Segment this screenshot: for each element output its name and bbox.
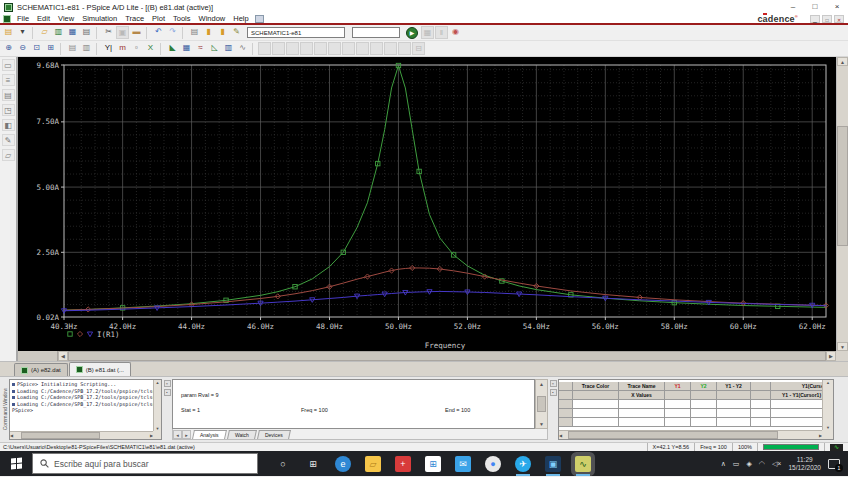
cursor-search-button[interactable] xyxy=(342,42,355,55)
mdi-close-button[interactable]: ✕ xyxy=(834,15,844,23)
pause-button[interactable]: ▦ xyxy=(421,26,434,39)
fourier-button[interactable]: ≈ xyxy=(194,42,207,55)
cursor-vertical-scrollbar[interactable]: ▲▼ xyxy=(822,380,833,430)
panel-pin-icon[interactable]: ▪ xyxy=(550,389,557,396)
cursor-point-button[interactable] xyxy=(328,42,341,55)
profile-combobox[interactable] xyxy=(352,27,400,38)
minimize-button[interactable]: – xyxy=(782,0,804,14)
mark-label-button[interactable] xyxy=(370,42,383,55)
copy-plot-button[interactable]: ▤ xyxy=(66,42,79,55)
taskbar-clock[interactable]: 11:29 15/12/2020 xyxy=(788,456,821,471)
mdi-restore-button[interactable]: □ xyxy=(822,15,832,23)
cursor-max-button[interactable] xyxy=(314,42,327,55)
mdi-minimize-button[interactable]: ▁ xyxy=(810,15,820,23)
dock-splitter[interactable]: × ▪ xyxy=(162,377,172,442)
file-explorer-icon[interactable]: ▱ xyxy=(365,456,381,472)
tab-watch[interactable]: Watch xyxy=(227,430,257,439)
menu-item[interactable]: View xyxy=(54,14,78,23)
notification-center-icon[interactable]: 1 xyxy=(828,459,840,469)
wave-button[interactable]: ∿ xyxy=(236,42,249,55)
script-icon[interactable]: ≡ xyxy=(2,74,15,86)
cursor-slope-button[interactable] xyxy=(286,42,299,55)
scroll-down-icon[interactable]: ▼ xyxy=(837,342,848,351)
start-button[interactable] xyxy=(0,451,32,476)
maximize-button[interactable]: □ xyxy=(804,0,826,14)
table-button[interactable]: ▥ xyxy=(222,42,235,55)
cursor-peak-button[interactable] xyxy=(258,42,271,55)
folder-icon[interactable]: ▱ xyxy=(2,149,15,161)
tray-dropbox-icon[interactable]: ◈ xyxy=(746,460,751,468)
scroll-left-icon[interactable]: ◀ xyxy=(58,351,68,361)
close-button[interactable]: × xyxy=(826,0,848,14)
copy-button[interactable]: ▣ xyxy=(116,26,129,39)
dock-splitter[interactable]: × ▪ xyxy=(548,377,558,442)
performance-analysis-button[interactable]: X xyxy=(144,42,157,55)
tab-scroll-left-icon[interactable]: ◂ xyxy=(173,430,182,439)
scroll-up-icon[interactable]: ▲ xyxy=(837,57,848,66)
new-file-dropdown[interactable]: ▾ xyxy=(16,26,29,39)
manual-scale-button[interactable]: m xyxy=(116,42,129,55)
cursor-trough-button[interactable] xyxy=(272,42,285,55)
edge-icon[interactable]: e xyxy=(335,456,351,472)
simulation-vertical-scrollbar[interactable]: ▲▼ xyxy=(535,379,548,429)
cursor-window-button[interactable]: ▥ xyxy=(80,42,93,55)
new-file-button[interactable]: ▤ xyxy=(2,26,15,39)
page-icon[interactable]: ▤ xyxy=(2,89,15,101)
panel-pin-icon[interactable]: ▪ xyxy=(164,389,171,396)
command-horizontal-scrollbar[interactable]: ◀▶ xyxy=(10,431,153,439)
taskbar-search-input[interactable]: Escribe aquí para buscar xyxy=(32,453,258,474)
message-viewer-icon[interactable]: ▭ xyxy=(2,59,15,71)
label-text-button[interactable] xyxy=(384,42,397,55)
chrome-icon[interactable]: ● xyxy=(485,456,501,472)
photos-app-icon[interactable]: ▣ xyxy=(545,456,561,472)
menu-item[interactable]: Plot xyxy=(148,14,169,23)
undo-button[interactable]: ↶ xyxy=(152,26,165,39)
task-view-icon[interactable]: ⊞ xyxy=(305,456,321,472)
schematic-combobox[interactable]: SCHEMATIC1-e81 xyxy=(247,27,345,38)
scripting-toolbar-icon[interactable] xyxy=(255,15,264,23)
mark-data-points-button[interactable]: ▫ xyxy=(130,42,143,55)
mark-voltage-button[interactable]: ▮ xyxy=(202,26,215,39)
command-vertical-scrollbar[interactable]: ▲▼ xyxy=(153,380,161,431)
menu-item[interactable]: Tools xyxy=(169,14,195,23)
cursor-horizontal-scrollbar[interactable]: ◀▶ xyxy=(559,430,822,439)
plot-horizontal-scrollbar[interactable]: ◀ ▶ xyxy=(18,351,836,361)
cut-button[interactable]: ✂ xyxy=(102,26,115,39)
menu-item[interactable]: File xyxy=(13,14,33,23)
mail-icon[interactable]: ✉ xyxy=(455,456,471,472)
new-plot-icon[interactable]: ◧ xyxy=(2,119,15,131)
menu-item[interactable]: Help xyxy=(229,14,252,23)
menu-item[interactable]: Simulation xyxy=(78,14,121,23)
run-simulation-button[interactable]: ▶ xyxy=(406,27,418,39)
zoom-fit-button[interactable]: ⊞ xyxy=(44,42,57,55)
add-trace-button[interactable]: ◣ xyxy=(166,42,179,55)
command-output[interactable]: PSpice> Initializing Scripting...Loading… xyxy=(10,380,153,431)
plot-window-icon[interactable]: ◳ xyxy=(2,104,15,116)
stop-button[interactable]: ◉ xyxy=(449,26,462,39)
tray-expand-icon[interactable]: ∧ xyxy=(721,460,726,468)
mark-current-button[interactable]: ▮ xyxy=(216,26,229,39)
menu-item[interactable]: Trace xyxy=(121,14,148,23)
tab-e82-dat[interactable]: (A) e82.dat xyxy=(14,363,68,376)
label-line-button[interactable] xyxy=(398,42,411,55)
cursor-next-button[interactable] xyxy=(356,42,369,55)
panel-close-icon[interactable]: × xyxy=(550,380,557,387)
zoom-area-button[interactable]: ⊡ xyxy=(30,42,43,55)
document-icon[interactable] xyxy=(3,15,11,23)
cursor-min-button[interactable] xyxy=(300,42,313,55)
zoom-in-button[interactable]: ⊕ xyxy=(2,42,15,55)
tab-scroll-right-icon[interactable]: ▸ xyxy=(182,430,191,439)
tray-volume-muted-icon[interactable]: ◁× xyxy=(772,460,781,468)
plot-window-button[interactable]: ◺ xyxy=(208,42,221,55)
tray-tablet-icon[interactable]: ▭ xyxy=(733,460,740,468)
edit-profile-button[interactable]: ✎ xyxy=(230,26,243,39)
tray-network-icon[interactable]: ◠ xyxy=(759,460,765,468)
step-button[interactable]: ‖ xyxy=(435,26,448,39)
tab-e81-dat[interactable]: (B) e81.dat (... xyxy=(69,362,131,376)
save-button[interactable]: ▦ xyxy=(66,26,79,39)
zoom-out-button[interactable]: ⊖ xyxy=(16,42,29,55)
log-x-axis-button[interactable]: Y| xyxy=(102,42,115,55)
gift-app-icon[interactable]: + xyxy=(395,456,411,472)
menu-item[interactable]: Edit xyxy=(33,14,54,23)
tab-analysis[interactable]: Analysis xyxy=(192,430,227,439)
